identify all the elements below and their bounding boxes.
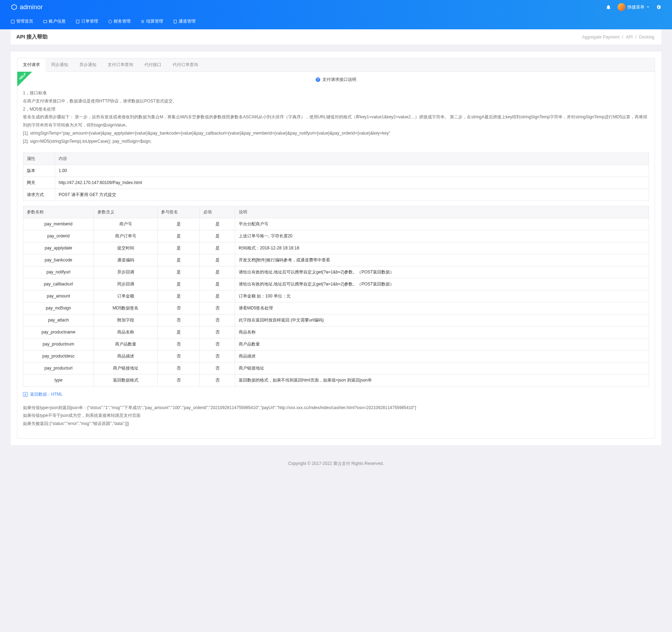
svg-point-3 <box>109 20 112 23</box>
svg-rect-4 <box>174 20 177 23</box>
svg-rect-0 <box>11 20 14 23</box>
table-row: type返回数据格式否否返回数据的格式，如果不传则返回html页面，如果值=js… <box>23 374 649 386</box>
tab-payout-query[interactable]: 代付订单查询 <box>167 58 204 71</box>
table-row: 网关http://47.242.170.147:60109/Pay_Index.… <box>23 177 649 189</box>
section-title: 支付请求接口说明 <box>17 72 655 85</box>
nav-orders[interactable]: 订单管理 <box>76 18 98 24</box>
table-row: pay_orderid商户订单号是是上送订单号唯一, 字符长度20 <box>23 230 649 242</box>
app-header: adminor 快捷菜单 管理首页 账户信息 订单管理 财务管理 结算管理 通道… <box>0 0 672 29</box>
tab-payout[interactable]: 代付接口 <box>139 58 167 71</box>
page-title: API 接入帮助 <box>16 34 48 40</box>
return-block: 如果传值type=json则返回json串：{"ststus":"1","msg… <box>17 400 655 431</box>
logo-cube-icon <box>11 4 18 11</box>
table-row: pay_productdesc商品描述否否商品描述 <box>23 350 649 362</box>
nav-settlement[interactable]: 结算管理 <box>141 18 163 24</box>
avatar <box>618 3 625 11</box>
brand-name: adminor <box>20 4 43 11</box>
tab-sync-notify[interactable]: 同步通知 <box>46 58 74 71</box>
header-right: 快捷菜单 <box>606 3 661 11</box>
table-row: pay_memberid商户号是是平台分配商户号 <box>23 218 649 230</box>
return-label: 返回数据：HTML <box>23 391 649 397</box>
tab-async-notify[interactable]: 异步通知 <box>74 58 102 71</box>
table-row: pay_notifyurl异步回调是是请给出有效的地址,地址后可以携带自定义ge… <box>23 266 649 278</box>
table-row: pay_bankcode通道编码是是开发文档[附件]银行编码参考，或通道费率中查… <box>23 254 649 266</box>
table-row: pay_applydate提交时间是是时间格式：2018-12-28 18:18… <box>23 242 649 254</box>
table-row: pay_productname商品名称是否商品名称 <box>23 326 649 338</box>
svg-rect-1 <box>44 20 47 23</box>
breadcrumb: Aggregate Payment / API / Docking <box>581 35 656 40</box>
nav-finance[interactable]: 财务管理 <box>108 18 131 24</box>
nav-account[interactable]: 账户信息 <box>43 18 66 24</box>
chevron-down-icon <box>647 6 649 8</box>
table-row: pay_callbackurl同步回调是是请给出有效的地址,地址后可以携带自定义… <box>23 278 649 290</box>
table-row: pay_attach附加字段否否此字段在返回时按原样返回 (中文需要url编码) <box>23 314 649 326</box>
description-block: 1，接口标准 在商户支付请求接口中，数据通信是使用HTTP协议，请求数据以POS… <box>17 85 655 153</box>
content-card: 支付请求 同步通知 异步通知 支付订单查询 代付接口 代付订单查询 HELP 支… <box>11 52 661 445</box>
table-row: pay_md5signMD5数据签名否否请看MD5签名处理 <box>23 302 649 314</box>
user-menu[interactable]: 快捷菜单 <box>618 3 649 11</box>
tab-pay-request[interactable]: 支付请求 <box>17 58 46 72</box>
main-nav: 管理首页 账户信息 订单管理 财务管理 结算管理 通道管理 <box>0 14 672 29</box>
tabs: 支付请求 同步通知 异步通知 支付订单查询 代付接口 代付订单查询 <box>17 58 655 72</box>
table-row: pay_productnum商户品数量否否商户品数量 <box>23 338 649 350</box>
table-row: pay_producturl商户链接地址否否商户链接地址 <box>23 362 649 374</box>
svg-rect-2 <box>76 20 79 23</box>
page-bar: API 接入帮助 Aggregate Payment / API / Docki… <box>11 29 661 45</box>
footer: Copyright © 2017-2022 聚合支付 Rights Reserv… <box>0 452 672 481</box>
user-menu-label: 快捷菜单 <box>628 4 644 10</box>
info-table: 属性内容 版本1.00网关http://47.242.170.147:60109… <box>23 153 649 201</box>
nav-channel[interactable]: 通道管理 <box>173 18 196 24</box>
bell-icon[interactable] <box>606 4 611 10</box>
table-row: 版本1.00 <box>23 165 649 177</box>
tab-pay-query[interactable]: 支付订单查询 <box>102 58 139 71</box>
table-row: pay_amount订单金额是是订单金额 如：100 单位：元 <box>23 290 649 302</box>
panel: HELP 支付请求接口说明 1，接口标准 在商户支付请求接口中，数据通信是使用H… <box>17 72 655 439</box>
help-badge: HELP <box>17 72 32 87</box>
gear-icon[interactable] <box>656 4 661 10</box>
params-table: 参数名称参数含义参与签名必填说明 pay_memberid商户号是是平台分配商户… <box>23 206 649 386</box>
brand-logo[interactable]: adminor <box>11 4 43 11</box>
nav-home[interactable]: 管理首页 <box>11 18 33 24</box>
table-row: 请求方式POST 请不要用 GET 方式提交 <box>23 189 649 201</box>
